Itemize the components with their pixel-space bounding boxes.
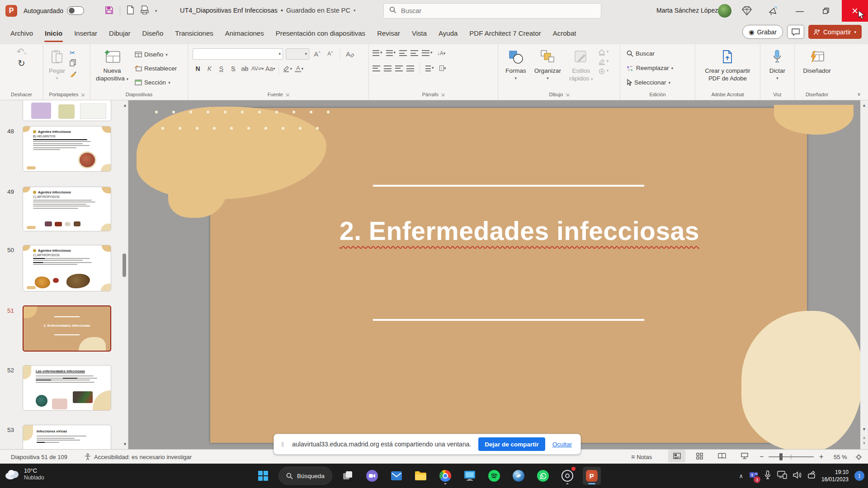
thumbnail-scrollbar[interactable]: ▲ ▼	[122, 100, 127, 449]
new-slide-button[interactable]: Nuevadiapositiva ▾	[93, 48, 131, 89]
canvas-scroll-down-icon[interactable]: ▼	[862, 427, 866, 432]
reset-button[interactable]: Restablecer	[135, 63, 177, 74]
tab-archivo[interactable]: Archivo	[5, 22, 39, 44]
slide-title-text[interactable]: 2. Enfermedades infecciosas	[305, 216, 734, 246]
save-icon[interactable]	[105, 6, 113, 16]
dictate-button[interactable]: Dictar ▾	[767, 48, 788, 89]
font-size-select[interactable]: ▾	[286, 48, 309, 60]
file-explorer-icon[interactable]	[412, 467, 430, 485]
search-input[interactable]	[401, 7, 595, 14]
whatsapp-icon[interactable]	[534, 467, 552, 485]
clear-format-button[interactable]: A	[345, 49, 355, 59]
powerpoint-taskbar-icon[interactable]: P	[583, 467, 601, 485]
clock[interactable]: 19:10 16/01/2023	[821, 469, 849, 483]
designer-button[interactable]: Diseñador	[800, 48, 834, 89]
panel-scroll-up-icon[interactable]: ▲	[123, 103, 127, 108]
arrange-button[interactable]: Organizar ▾	[532, 48, 564, 89]
previous-slide-icon[interactable]: ∧	[863, 436, 866, 441]
tab-revisar[interactable]: Revisar	[371, 22, 406, 44]
dibujo-launcher-icon[interactable]: ⇲	[565, 92, 569, 97]
fuente-launcher-icon[interactable]: ⇲	[285, 92, 289, 97]
view-reading-button[interactable]	[713, 450, 731, 462]
panel-scroll-thumb[interactable]	[123, 253, 126, 277]
teams-tray-icon[interactable]: T 3	[749, 470, 758, 481]
redo-icon[interactable]: ↻	[18, 58, 25, 69]
create-pdf-button[interactable]: Crear y compartirPDF de Adobe	[702, 48, 753, 89]
undo-icon[interactable]: ↶▾	[17, 46, 26, 57]
minimize-button[interactable]: —	[789, 0, 810, 22]
remote-desktop-icon[interactable]	[461, 467, 479, 485]
next-slide-icon[interactable]: ∨	[863, 441, 866, 446]
bullets-button[interactable]: ▾	[373, 50, 382, 56]
decrease-indent-button[interactable]	[399, 50, 407, 56]
text-direction-button[interactable]: ↓A▾	[436, 48, 447, 58]
highlight-button[interactable]: ▾	[282, 64, 292, 74]
share-button[interactable]: Compartir ▾	[808, 25, 862, 39]
shape-fill-button[interactable]: ▾	[599, 49, 609, 56]
shapes-button[interactable]: Formas ▾	[503, 48, 529, 89]
task-view-button[interactable]	[339, 467, 357, 485]
taskbar-search[interactable]: Búsqueda	[278, 467, 332, 485]
tab-vista[interactable]: Vista	[406, 22, 433, 44]
zoom-in-button[interactable]: +	[819, 450, 823, 464]
italic-button[interactable]: K	[204, 64, 215, 74]
portapapeles-launcher-icon[interactable]: ⇲	[80, 92, 84, 97]
underline-button[interactable]: S	[216, 64, 226, 74]
zoom-out-button[interactable]: −	[760, 450, 764, 464]
shape-outline-button[interactable]: ▾	[599, 59, 609, 65]
view-slideshow-button[interactable]	[736, 450, 753, 462]
record-button[interactable]: ◉ Grabar	[742, 25, 783, 39]
user-name[interactable]: Marta Sánchez López	[656, 7, 718, 14]
strikethrough-button[interactable]: ab	[240, 64, 250, 74]
cast-display-tray-icon[interactable]	[777, 471, 787, 481]
notes-button[interactable]: ≡ Notas	[631, 450, 652, 464]
copy-icon[interactable]	[70, 59, 77, 68]
tab-insertar[interactable]: Insertar	[68, 22, 103, 44]
new-file-icon[interactable]	[127, 5, 134, 16]
tab-presentacion[interactable]: Presentación con diapositivas	[270, 22, 371, 44]
weather-widget[interactable]: 10°CNublado	[5, 467, 44, 481]
chrome-icon[interactable]	[436, 467, 454, 485]
thumbnail-slide-47-partial[interactable]	[23, 100, 111, 121]
mail-app-icon[interactable]	[387, 467, 406, 485]
thumbnail-slide-52[interactable]: Las enfermedades infecciosas	[23, 365, 111, 411]
increase-indent-button[interactable]	[410, 50, 418, 56]
thumbnail-slide-50[interactable]: Agentes Infecciosos C) ARTRÓPODOS	[23, 245, 111, 291]
grow-font-button[interactable]: A˄	[312, 49, 322, 59]
view-normal-button[interactable]	[668, 450, 685, 462]
print-icon[interactable]	[141, 5, 149, 16]
bold-button[interactable]: N	[193, 64, 203, 74]
tray-chevron-icon[interactable]: ∧	[739, 473, 743, 479]
tab-ayuda[interactable]: Ayuda	[433, 22, 463, 44]
zoom-slider-thumb[interactable]	[779, 453, 783, 460]
microphone-tray-icon[interactable]	[764, 470, 771, 481]
shrink-font-button[interactable]: A˅	[325, 49, 335, 59]
tab-inicio[interactable]: Inicio	[39, 22, 68, 44]
numbering-button[interactable]: ▾	[386, 50, 396, 56]
text-shadow-button[interactable]: S	[228, 64, 238, 74]
autosave-toggle[interactable]	[67, 6, 84, 15]
stop-sharing-button[interactable]: Dejar de compartir	[478, 437, 545, 451]
view-sorter-button[interactable]	[691, 450, 708, 462]
thumbnail-slide-51[interactable]: 2. Enfermedades infecciosas	[23, 305, 111, 352]
quick-access-chevron-icon[interactable]: ▾	[155, 9, 157, 13]
collapse-ribbon-icon[interactable]: ∨	[857, 91, 861, 97]
find-button[interactable]: Buscar	[627, 48, 692, 59]
format-painter-icon[interactable]	[70, 70, 77, 79]
parrafo-launcher-icon[interactable]: ⇲	[441, 92, 444, 97]
comments-button[interactable]	[787, 25, 804, 39]
restore-button[interactable]	[816, 0, 836, 22]
tab-acrobat[interactable]: Acrobat	[547, 22, 582, 44]
search-box[interactable]	[383, 3, 601, 19]
premium-diamond-icon[interactable]	[741, 5, 752, 16]
accessibility-status[interactable]: Accesibilidad: es necesario investigar	[84, 450, 192, 464]
start-button[interactable]	[254, 467, 272, 485]
quick-styles-button[interactable]: Estilosrápidos ▾	[566, 48, 596, 89]
replace-button[interactable]: bc Reemplazar▾	[627, 62, 692, 74]
canvas-scrollbar[interactable]: ▲ ▼ ∧ ∨	[860, 100, 868, 449]
media-app-icon[interactable]	[509, 467, 528, 485]
pen-tray-icon[interactable]	[807, 471, 816, 481]
paste-button[interactable]: Pegar ▾	[46, 48, 68, 89]
drag-handle-icon[interactable]: ‖	[281, 441, 285, 448]
zoom-slider[interactable]	[769, 456, 814, 457]
